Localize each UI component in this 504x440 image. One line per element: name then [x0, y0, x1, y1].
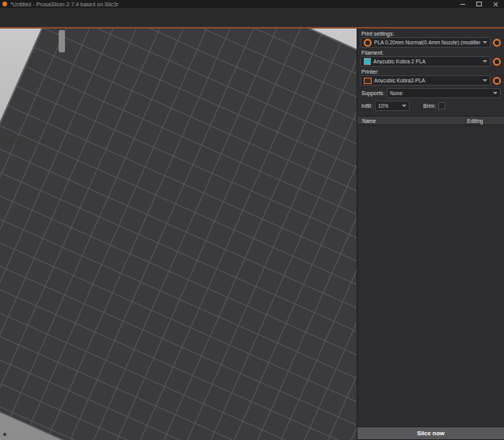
filament-gear-icon[interactable]: [493, 58, 501, 66]
print-settings-value: PLA 0.20mm Normal(0.4mm Nozzle) (modifie…: [374, 40, 480, 45]
print-settings-combo[interactable]: PLA 0.20mm Normal(0.4mm Nozzle) (modifie…: [361, 37, 491, 48]
filament-color-swatch: [364, 58, 371, 65]
toolbar-left: [1, 136, 21, 144]
chevron-down-icon: [483, 79, 487, 82]
toolbar-top: [59, 30, 65, 52]
infill-value: 10%: [378, 103, 399, 109]
close-icon[interactable]: [493, 2, 498, 7]
supports-value: None: [390, 90, 491, 96]
filament-label: Filament:: [361, 50, 504, 55]
chevron-down-icon: [493, 92, 498, 94]
infill-combo[interactable]: 10%: [375, 101, 410, 111]
viewport-3d[interactable]: [0, 29, 357, 440]
brim-label: Brim:: [423, 103, 436, 109]
menu-bar: [0, 8, 504, 17]
title-bar: *Untitled - PrusaSlicer-2.7.4 based on S…: [0, 0, 504, 8]
print-settings-gear-icon[interactable]: [493, 39, 501, 47]
app-icon: [2, 2, 7, 6]
window-title: *Untitled - PrusaSlicer-2.7.4 based on S…: [10, 2, 460, 7]
print-settings-label: Print settings:: [361, 31, 504, 36]
filament-value: Anycubic Kobra 2 PLA: [373, 59, 480, 64]
chevron-down-icon: [402, 105, 407, 107]
settings-panel: Print settings: PLA 0.20mm Normal(0.4mm …: [357, 29, 504, 440]
infill-label: Infill:: [361, 103, 372, 109]
editing-column-header: Editing: [446, 118, 504, 124]
supports-label: Supports:: [361, 90, 384, 96]
maximize-icon[interactable]: [476, 2, 482, 6]
slice-now-button[interactable]: Slice now: [357, 427, 504, 440]
printer-combo[interactable]: Anycubic Kobra2-PLA: [361, 75, 491, 86]
print-profile-icon: [364, 39, 372, 47]
view-toggles: [3, 433, 6, 436]
printer-icon: [364, 78, 372, 84]
tab-bar: [0, 17, 504, 29]
brim-checkbox[interactable]: [438, 102, 445, 109]
prusaslicer-window: *Untitled - PrusaSlicer-2.7.4 based on S…: [0, 0, 504, 440]
chevron-down-icon: [483, 60, 487, 63]
chevron-down-icon: [483, 41, 487, 44]
main-area: Print settings: PLA 0.20mm Normal(0.4mm …: [0, 29, 504, 440]
printer-gear-icon[interactable]: [493, 77, 501, 85]
filament-combo[interactable]: Anycubic Kobra 2 PLA: [361, 56, 491, 67]
object-list-header: Name Editing: [357, 116, 504, 125]
supports-combo[interactable]: None: [387, 88, 501, 98]
printer-label: Printer:: [361, 69, 504, 75]
minimize-icon[interactable]: [460, 4, 465, 5]
scene-objects: [0, 29, 357, 440]
printer-value: Anycubic Kobra2-PLA: [374, 78, 480, 83]
name-column-header: Name: [357, 118, 446, 124]
